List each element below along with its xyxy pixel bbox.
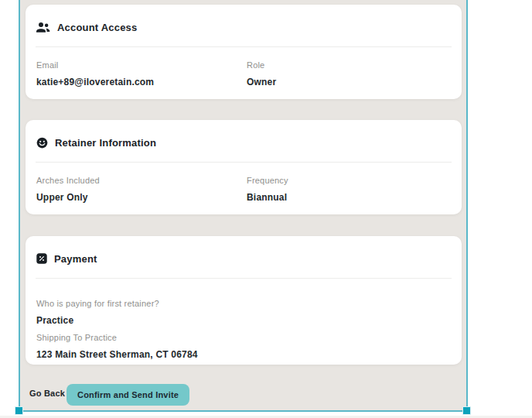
smiley-icon xyxy=(36,137,48,149)
resize-handle-bottom-right[interactable] xyxy=(462,406,471,415)
field-value: Upper Only xyxy=(36,192,247,203)
field-payer: Who is paying for first retainer? Practi… xyxy=(36,299,451,326)
card-title: Retainer Information xyxy=(55,137,156,149)
card-title: Payment xyxy=(54,253,97,265)
field-arches-included: Arches Included Upper Only xyxy=(36,176,247,203)
payment-icon xyxy=(36,253,47,264)
field-frequency: Frequency Biannual xyxy=(247,176,451,203)
page: Account Access Email katie+89@iloveretai… xyxy=(0,0,532,418)
card-retainer-information: Retainer Information Arches Included Upp… xyxy=(26,120,462,214)
confirm-send-invite-button[interactable]: Confirm and Send Invite xyxy=(66,384,189,406)
field-role: Role Owner xyxy=(247,60,451,87)
card-header: Payment xyxy=(26,236,462,278)
go-back-button[interactable]: Go Back xyxy=(29,389,65,398)
people-icon xyxy=(36,22,50,33)
selection-outline-bottom xyxy=(19,410,468,412)
field-label: Role xyxy=(247,60,451,70)
field-value: Practice xyxy=(36,315,451,326)
selection-outline-right xyxy=(466,0,468,411)
field-value: Biannual xyxy=(247,192,451,203)
field-label: Frequency xyxy=(247,176,451,185)
selection-outline-left xyxy=(19,0,20,411)
field-email: Email katie+89@iloveretain.com xyxy=(36,60,247,87)
card-payment: Payment Who is paying for first retainer… xyxy=(26,236,462,365)
field-label: Email xyxy=(36,60,247,70)
field-label: Shipping To Practice xyxy=(36,333,451,342)
card-header: Retainer Information xyxy=(26,120,462,162)
resize-handle-bottom-left[interactable] xyxy=(15,406,23,415)
field-value: Owner xyxy=(247,77,451,87)
card-header: Account Access xyxy=(26,5,462,46)
field-value: katie+89@iloveretain.com xyxy=(36,77,247,87)
field-label: Who is paying for first retainer? xyxy=(36,299,451,308)
card-account-access: Account Access Email katie+89@iloveretai… xyxy=(26,5,462,99)
field-value: 123 Main Street Sherman, CT 06784 xyxy=(36,349,451,360)
field-label: Arches Included xyxy=(36,176,247,185)
card-title: Account Access xyxy=(57,22,137,33)
field-shipping: Shipping To Practice 123 Main Street She… xyxy=(36,333,451,360)
